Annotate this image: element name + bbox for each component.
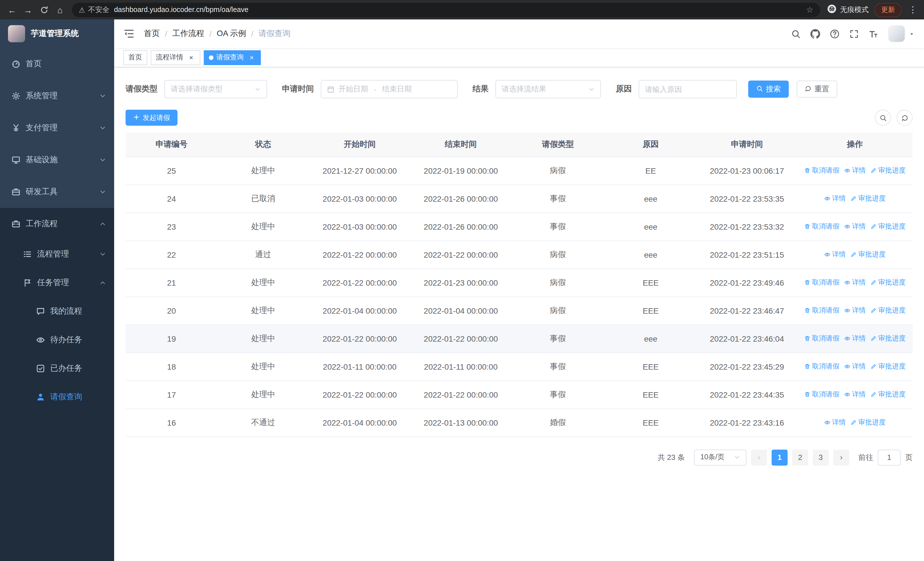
prev-page-button[interactable]: ‹ — [751, 449, 767, 465]
tab-process-detail[interactable]: 流程详情× — [151, 50, 200, 65]
action-progress-link[interactable]: 审批进度 — [870, 278, 906, 287]
bookmark-star-icon[interactable]: ☆ — [806, 5, 813, 14]
tab-home[interactable]: 首页 — [123, 50, 147, 65]
action-detail-link[interactable]: 详情 — [844, 278, 866, 287]
tab-close-icon[interactable]: × — [187, 53, 195, 62]
browser-forward-icon[interactable]: → — [21, 2, 35, 17]
browser-reload-icon[interactable] — [36, 2, 51, 17]
toggle-search-button[interactable] — [875, 110, 891, 126]
tab-leave-query[interactable]: 请假查询× — [204, 50, 261, 65]
fullscreen-icon[interactable] — [849, 29, 859, 39]
header-search-icon[interactable] — [791, 29, 801, 39]
sidebar-item-task-management[interactable]: 任务管理 — [0, 269, 114, 297]
column-header: 请假类型 — [511, 132, 604, 156]
breadcrumb-separator: / — [165, 29, 167, 38]
help-icon[interactable] — [830, 29, 840, 39]
eye-icon — [36, 335, 45, 344]
action-detail-link[interactable]: 详情 — [844, 334, 866, 343]
breadcrumb-item[interactable]: 工作流程 — [172, 29, 204, 39]
action-cancel-link[interactable]: 取消请假 — [804, 390, 840, 399]
sidebar-item-devtools[interactable]: 研发工具 — [0, 176, 114, 208]
breadcrumb-item[interactable]: OA 示例 — [217, 29, 246, 39]
breadcrumb-item[interactable]: 首页 — [144, 29, 160, 39]
create-leave-button[interactable]: 发起请假 — [126, 110, 177, 126]
app-logo[interactable]: 芋道管理系统 — [0, 20, 114, 48]
next-page-button[interactable]: › — [833, 449, 849, 465]
action-progress-link[interactable]: 审批进度 — [870, 390, 906, 399]
action-progress-link[interactable]: 审批进度 — [870, 165, 906, 175]
goto-page-input[interactable] — [878, 449, 901, 465]
browser-update-button[interactable]: 更新 — [874, 3, 902, 17]
action-cancel-link[interactable]: 取消请假 — [804, 305, 840, 315]
user-avatar-dropdown[interactable] — [888, 25, 915, 42]
action-detail-link[interactable]: 详情 — [824, 194, 846, 203]
action-detail-link[interactable]: 详情 — [824, 418, 846, 427]
sidebar-item-payment[interactable]: 支付管理 — [0, 112, 114, 144]
action-progress-link[interactable]: 审批进度 — [870, 334, 906, 343]
action-detail-link[interactable]: 详情 — [844, 222, 866, 232]
action-cancel-link[interactable]: 取消请假 — [804, 278, 840, 287]
action-progress-link[interactable]: 审批进度 — [870, 305, 906, 315]
breadcrumb-item: 请假查询 — [258, 29, 291, 39]
page-1-button[interactable]: 1 — [772, 449, 788, 465]
github-icon[interactable] — [810, 29, 820, 39]
action-cancel-link[interactable]: 取消请假 — [804, 222, 840, 232]
font-size-icon[interactable] — [868, 29, 878, 39]
sidebar-toggle-icon[interactable] — [123, 28, 135, 39]
cell-id: 16 — [126, 409, 218, 436]
start-date-placeholder: 开始日期 — [339, 84, 368, 94]
table-row: 19处理中2022-01-22 00:00:002022-01-22 00:00… — [126, 325, 913, 352]
cell-start: 2022-01-22 00:00:00 — [309, 381, 410, 409]
result-select[interactable]: 请选择流结果 — [495, 80, 601, 98]
sidebar-item-todo-tasks[interactable]: 待办任务 — [0, 326, 114, 354]
action-progress-link[interactable]: 审批进度 — [850, 418, 886, 427]
action-detail-link[interactable]: 详情 — [844, 305, 866, 315]
tab-close-icon[interactable]: × — [248, 53, 256, 62]
reset-button[interactable]: 重置 — [797, 81, 837, 98]
cell-type: 事假 — [511, 381, 604, 409]
sidebar-item-system[interactable]: 系统管理 — [0, 80, 114, 112]
cell-actions: 取消请假详情审批进度 — [797, 352, 913, 381]
chevron-down-icon — [99, 251, 106, 258]
reason-input[interactable] — [639, 80, 737, 98]
leave-type-select[interactable]: 请选择请假类型 — [164, 80, 267, 98]
sidebar-item-done-tasks[interactable]: 已办任务 — [0, 354, 114, 383]
search-button[interactable]: 搜索 — [748, 81, 789, 98]
page-size-select[interactable]: 10条/页 — [694, 449, 747, 465]
sidebar-item-process-management[interactable]: 流程管理 — [0, 240, 114, 269]
action-cancel-link[interactable]: 取消请假 — [804, 362, 840, 371]
cell-start: 2022-01-04 00:00:00 — [309, 296, 410, 325]
apply-time-range-picker[interactable]: 开始日期 - 结束日期 — [321, 80, 458, 98]
action-detail-link[interactable]: 详情 — [844, 390, 866, 399]
cell-actions: 取消请假详情审批进度 — [797, 156, 913, 185]
sidebar-item-home[interactable]: 首页 — [0, 48, 114, 80]
cell-apply_time: 2022-01-22 23:53:35 — [697, 185, 797, 212]
security-warning[interactable]: ⚠ 不安全 — [79, 5, 109, 15]
cell-apply_time: 2022-01-22 23:51:15 — [697, 241, 797, 269]
action-progress-link[interactable]: 审批进度 — [850, 250, 886, 259]
refresh-table-button[interactable] — [897, 110, 913, 126]
action-detail-link[interactable]: 详情 — [844, 362, 866, 371]
eye-icon — [844, 307, 850, 314]
cell-type: 事假 — [511, 325, 604, 352]
action-detail-link[interactable]: 详情 — [844, 165, 866, 175]
sidebar-item-my-process[interactable]: 我的流程 — [0, 297, 114, 326]
browser-menu-icon[interactable]: ⋮ — [909, 5, 917, 15]
action-progress-link[interactable]: 审批进度 — [850, 194, 886, 203]
browser-home-icon[interactable]: ⌂ — [52, 2, 68, 17]
page-3-button[interactable]: 3 — [813, 449, 829, 465]
action-progress-link[interactable]: 审批进度 — [870, 222, 906, 232]
action-cancel-link[interactable]: 取消请假 — [804, 165, 840, 175]
action-cancel-link[interactable]: 取消请假 — [804, 334, 840, 343]
result-placeholder: 请选择流结果 — [502, 84, 585, 94]
action-detail-link[interactable]: 详情 — [824, 250, 846, 259]
sidebar-item-leave-query[interactable]: 请假查询 — [0, 383, 114, 411]
action-progress-link[interactable]: 审批进度 — [870, 362, 906, 371]
cell-status: 通过 — [218, 241, 309, 269]
address-bar[interactable]: ⚠ 不安全 dashboard.yudao.iocoder.cn/bpm/oa/… — [72, 3, 820, 17]
sidebar-item-infrastructure[interactable]: 基础设施 — [0, 144, 114, 176]
sidebar-item-workflow[interactable]: 工作流程 — [0, 208, 114, 240]
page-2-button[interactable]: 2 — [792, 449, 808, 465]
cell-reason: EEE — [604, 352, 697, 381]
browser-back-icon[interactable]: ← — [4, 2, 20, 17]
